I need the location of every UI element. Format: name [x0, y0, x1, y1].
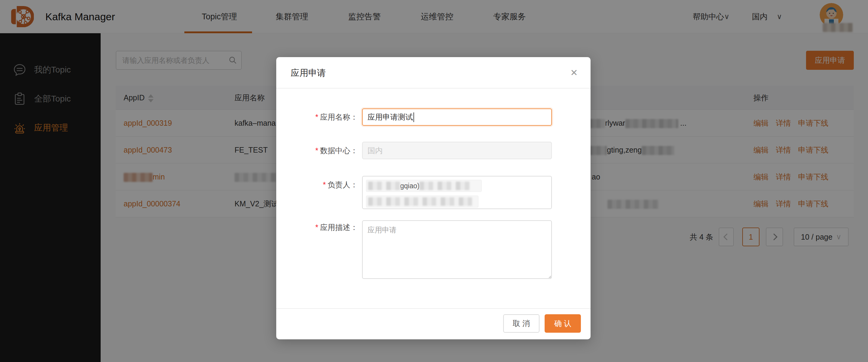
app-request-modal: 应用申请 ✕ *应用名称： 应用申请测试 *数据中心： *负责人： gqiao): [276, 57, 591, 339]
blurred-text: [368, 197, 472, 206]
blurred-text: [420, 182, 470, 190]
modal-header: 应用申请 ✕: [276, 57, 591, 89]
required-mark: *: [315, 223, 318, 231]
owner-tag[interactable]: gqiao): [366, 180, 482, 192]
owners-label: *负责人：: [279, 179, 358, 190]
app-name-value: 应用申请测试: [368, 112, 413, 122]
owner-tag-visible-text: gqiao): [400, 182, 420, 190]
blurred-text: [368, 182, 400, 190]
text-cursor: [413, 112, 414, 122]
app-description-textarea[interactable]: [362, 220, 552, 279]
modal-title: 应用申请: [291, 57, 326, 89]
confirm-button[interactable]: 确 认: [545, 314, 581, 333]
owners-multiselect[interactable]: gqiao): [362, 176, 552, 209]
owner-tag[interactable]: [366, 196, 478, 207]
close-icon[interactable]: ✕: [570, 57, 578, 89]
data-center-label: *数据中心：: [279, 145, 358, 156]
app-name-label: *应用名称：: [279, 112, 358, 122]
app-description-label: *应用描述：: [279, 222, 358, 232]
modal-footer-divider: [276, 308, 591, 309]
cancel-button[interactable]: 取 消: [503, 314, 539, 333]
required-mark: *: [323, 180, 326, 189]
app-name-input[interactable]: 应用申请测试: [362, 108, 552, 126]
data-center-input[interactable]: [362, 142, 552, 159]
required-mark: *: [315, 113, 318, 121]
required-mark: *: [315, 146, 318, 155]
kafka-manager-app: Kafka Manager Topic管理 集群管理 监控告警 运维管控 专家服…: [0, 0, 868, 362]
